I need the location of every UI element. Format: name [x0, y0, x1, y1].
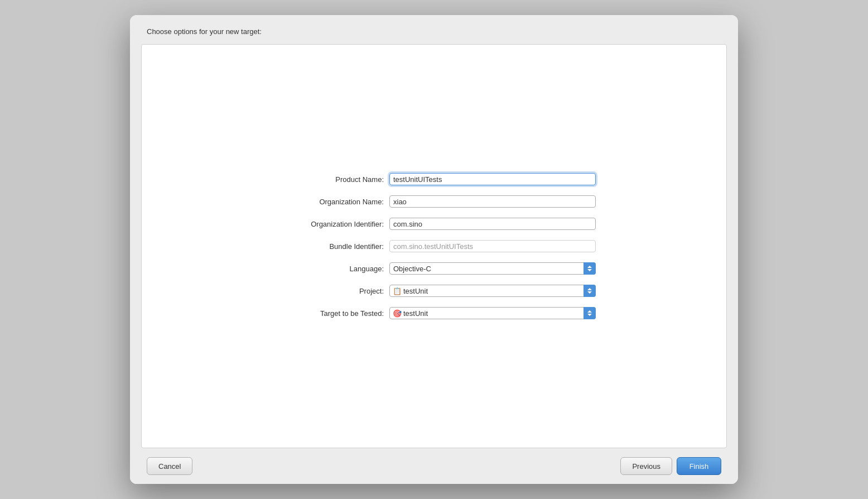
bundle-identifier-row: Bundle Identifier: [272, 240, 596, 252]
language-select-wrapper: Objective-C Swift [389, 262, 596, 275]
product-name-label: Product Name: [272, 175, 384, 184]
bundle-identifier-label: Bundle Identifier: [272, 242, 384, 251]
project-label: Project: [272, 287, 384, 295]
finish-button[interactable]: Finish [677, 457, 721, 475]
organization-identifier-row: Organization Identifier: [272, 218, 596, 230]
language-select[interactable]: Objective-C Swift [389, 262, 596, 275]
dialog-title: Choose options for your new target: [147, 27, 262, 36]
target-select[interactable]: testUnit [389, 307, 596, 319]
product-name-input[interactable] [389, 173, 596, 185]
footer-right: Previous Finish [620, 457, 721, 475]
dialog-window: Choose options for your new target: Prod… [130, 15, 738, 484]
language-label: Language: [272, 265, 384, 273]
project-row: Project: 📋 testUnit [272, 285, 596, 297]
dialog-footer: Cancel Previous Finish [130, 448, 738, 484]
language-row: Language: Objective-C Swift [272, 262, 596, 275]
dialog-header: Choose options for your new target: [130, 15, 738, 44]
product-name-row: Product Name: [272, 173, 596, 185]
organization-name-label: Organization Name: [272, 198, 384, 206]
target-label: Target to be Tested: [272, 309, 384, 318]
project-select[interactable]: testUnit [389, 285, 596, 297]
organization-name-row: Organization Name: [272, 195, 596, 208]
target-row: Target to be Tested: 🎯 testUnit [272, 307, 596, 319]
organization-identifier-label: Organization Identifier: [272, 220, 384, 228]
organization-name-input[interactable] [389, 195, 596, 208]
project-select-wrapper: 📋 testUnit [389, 285, 596, 297]
cancel-button[interactable]: Cancel [147, 457, 192, 475]
bundle-identifier-input [389, 240, 596, 252]
target-select-wrapper: 🎯 testUnit [389, 307, 596, 319]
form-container: Product Name: Organization Name: Organiz… [272, 173, 596, 319]
previous-button[interactable]: Previous [620, 457, 672, 475]
organization-identifier-input[interactable] [389, 218, 596, 230]
dialog-content: Product Name: Organization Name: Organiz… [141, 44, 727, 448]
footer-left: Cancel [147, 457, 192, 475]
